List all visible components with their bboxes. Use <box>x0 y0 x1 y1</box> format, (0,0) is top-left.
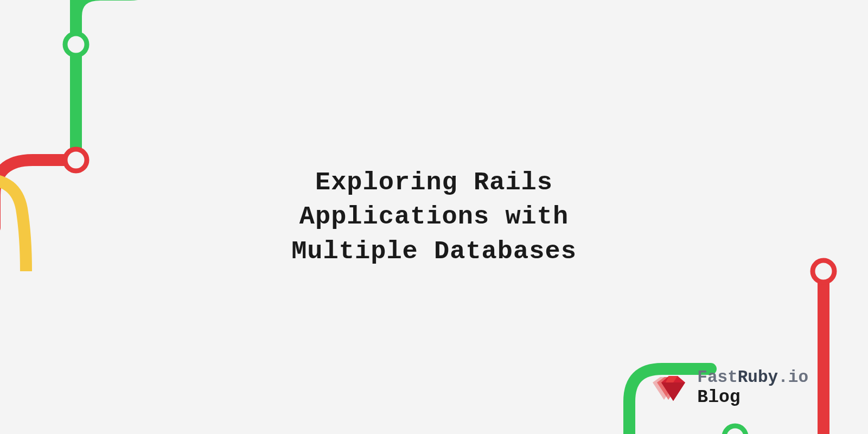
brand-subtitle: Blog <box>697 387 808 408</box>
svg-point-1 <box>65 149 87 171</box>
decoration-top-left <box>0 0 190 271</box>
brand-bold: Ruby <box>738 368 778 387</box>
svg-point-3 <box>813 260 834 282</box>
ruby-icon <box>650 373 688 403</box>
brand-prefix: Fast <box>697 368 737 387</box>
page-title: Exploring Rails Applications with Multip… <box>291 165 577 269</box>
brand-text: FastRuby.io Blog <box>697 368 808 408</box>
svg-point-2 <box>724 426 746 434</box>
brand-badge: FastRuby.io Blog <box>650 368 808 408</box>
brand-suffix: .io <box>778 368 808 387</box>
svg-point-0 <box>65 34 87 55</box>
